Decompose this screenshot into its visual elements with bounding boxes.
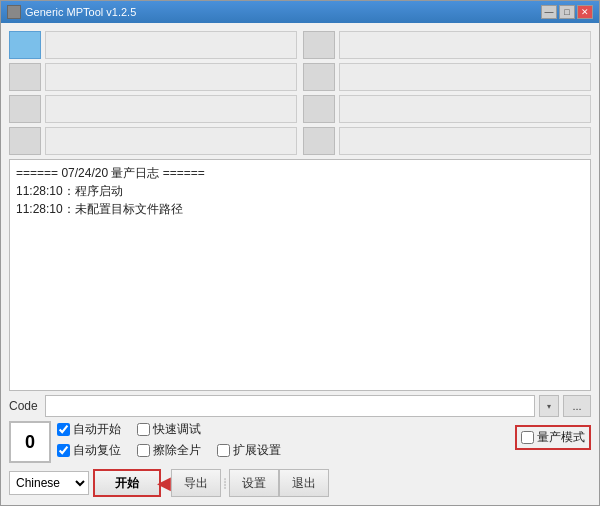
language-select[interactable]: Chinese English bbox=[9, 471, 89, 495]
production-mode-checkbox[interactable]: 量产模式 bbox=[515, 425, 591, 450]
right-thumb-3 bbox=[303, 95, 335, 123]
right-bar-1 bbox=[339, 31, 591, 59]
left-thumb-1 bbox=[9, 31, 41, 59]
log-line-3: 11:28:10：未配置目标文件路径 bbox=[16, 200, 584, 218]
log-line-1: ====== 07/24/20 量产日志 ====== bbox=[16, 164, 584, 182]
right-row-4 bbox=[303, 127, 591, 155]
left-row-1 bbox=[9, 31, 297, 59]
expand-settings-checkbox[interactable]: 扩展设置 bbox=[217, 442, 281, 459]
separator-icon: ┊ bbox=[221, 469, 229, 497]
left-bar-1 bbox=[45, 31, 297, 59]
export-button[interactable]: 导出 bbox=[171, 469, 221, 497]
log-line-2: 11:28:10：程序启动 bbox=[16, 182, 584, 200]
right-row-1 bbox=[303, 31, 591, 59]
arrow-icon: ◀ bbox=[157, 472, 171, 494]
right-panel bbox=[303, 31, 591, 155]
code-row: Code ▾ ... bbox=[9, 395, 591, 417]
expand-settings-label: 扩展设置 bbox=[233, 442, 281, 459]
checkbox-row-1: 自动开始 快速调试 bbox=[57, 421, 509, 438]
maximize-button[interactable]: □ bbox=[559, 5, 575, 19]
app-icon bbox=[7, 5, 21, 19]
title-bar-left: Generic MPTool v1.2.5 bbox=[7, 5, 136, 19]
settings-button[interactable]: 设置 bbox=[229, 469, 279, 497]
close-button[interactable]: ✕ bbox=[577, 5, 593, 19]
main-content: ====== 07/24/20 量产日志 ====== 11:28:10：程序启… bbox=[1, 23, 599, 505]
start-button[interactable]: 开始 bbox=[93, 469, 161, 497]
left-panel bbox=[9, 31, 297, 155]
left-bar-4 bbox=[45, 127, 297, 155]
code-dropdown-button[interactable]: ▾ bbox=[539, 395, 559, 417]
title-controls: — □ ✕ bbox=[541, 5, 593, 19]
left-row-3 bbox=[9, 95, 297, 123]
window-title: Generic MPTool v1.2.5 bbox=[25, 6, 136, 18]
left-thumb-2 bbox=[9, 63, 41, 91]
erase-chip-checkbox[interactable]: 擦除全片 bbox=[137, 442, 201, 459]
checkbox-row-2: 自动复位 擦除全片 扩展设置 bbox=[57, 442, 509, 459]
right-row-2 bbox=[303, 63, 591, 91]
bottom-area: 0 自动开始 快速调试 bbox=[9, 421, 591, 463]
top-panels bbox=[9, 31, 591, 155]
right-row-3 bbox=[303, 95, 591, 123]
left-row-4 bbox=[9, 127, 297, 155]
minimize-button[interactable]: — bbox=[541, 5, 557, 19]
final-buttons-row: Chinese English 开始 ◀ 导出 ┊ 设置 退出 bbox=[9, 469, 591, 497]
fast-debug-checkbox[interactable]: 快速调试 bbox=[137, 421, 201, 438]
auto-reset-label: 自动复位 bbox=[73, 442, 121, 459]
right-thumb-2 bbox=[303, 63, 335, 91]
code-label: Code bbox=[9, 399, 41, 413]
left-bar-3 bbox=[45, 95, 297, 123]
exit-button[interactable]: 退出 bbox=[279, 469, 329, 497]
right-bar-4 bbox=[339, 127, 591, 155]
left-thumb-3 bbox=[9, 95, 41, 123]
right-bar-3 bbox=[339, 95, 591, 123]
auto-start-label: 自动开始 bbox=[73, 421, 121, 438]
counter-value: 0 bbox=[25, 432, 35, 453]
right-thumb-1 bbox=[303, 31, 335, 59]
fast-debug-label: 快速调试 bbox=[153, 421, 201, 438]
erase-chip-label: 擦除全片 bbox=[153, 442, 201, 459]
title-bar: Generic MPTool v1.2.5 — □ ✕ bbox=[1, 1, 599, 23]
auto-start-checkbox[interactable]: 自动开始 bbox=[57, 421, 121, 438]
main-window: Generic MPTool v1.2.5 — □ ✕ bbox=[0, 0, 600, 506]
log-area: ====== 07/24/20 量产日志 ====== 11:28:10：程序启… bbox=[9, 159, 591, 391]
left-thumb-4 bbox=[9, 127, 41, 155]
left-row-2 bbox=[9, 63, 297, 91]
right-thumb-4 bbox=[303, 127, 335, 155]
code-input[interactable] bbox=[45, 395, 535, 417]
right-bar-2 bbox=[339, 63, 591, 91]
code-browse-button[interactable]: ... bbox=[563, 395, 591, 417]
counter-box: 0 bbox=[9, 421, 51, 463]
auto-reset-checkbox[interactable]: 自动复位 bbox=[57, 442, 121, 459]
left-bar-2 bbox=[45, 63, 297, 91]
production-mode-label: 量产模式 bbox=[537, 429, 585, 446]
